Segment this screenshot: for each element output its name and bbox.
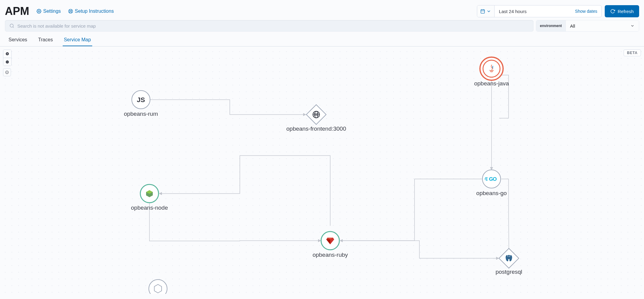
search-icon [9, 23, 14, 28]
tabs: Services Traces Service Map [0, 34, 644, 46]
app-title: APM [5, 5, 29, 18]
node-opbeans-go[interactable]: GO opbeans-go [476, 170, 507, 196]
svg-point-2 [70, 10, 71, 12]
calendar-icon [480, 9, 485, 14]
svg-point-40 [508, 256, 508, 257]
svg-point-41 [509, 256, 510, 257]
chevron-down-icon [486, 9, 491, 14]
go-icon: GO [489, 176, 497, 182]
datepicker-range[interactable]: Last 24 hours [495, 5, 571, 17]
node-label: opbeans-node [131, 204, 168, 211]
gear-icon [37, 9, 41, 14]
zoom-in-button[interactable] [3, 50, 11, 58]
node-opbeans-rum[interactable]: JS opbeans-rum [124, 91, 158, 117]
target-icon [5, 70, 9, 74]
settings-link[interactable]: Settings [37, 9, 61, 14]
zoom-controls [3, 50, 12, 76]
node-label: postgresql [495, 269, 522, 275]
datepicker-quick-button[interactable] [477, 5, 495, 17]
svg-line-3 [69, 10, 70, 11]
setup-label: Setup Instructions [75, 9, 114, 14]
node-unknown[interactable] [149, 280, 167, 294]
edge-ruby-node [159, 156, 330, 226]
svg-line-12 [13, 27, 14, 28]
plus-icon [5, 52, 9, 56]
node-opbeans-ruby[interactable]: opbeans-ruby [313, 232, 348, 258]
node-opbeans-java[interactable]: opbeans-java [474, 57, 509, 87]
svg-point-0 [38, 11, 40, 12]
tab-services[interactable]: Services [7, 34, 28, 46]
node-opbeans-node[interactable]: opbeans-node [131, 184, 168, 211]
node-label: opbeans-frontend:3000 [286, 125, 346, 132]
svg-point-39 [507, 255, 511, 259]
node-label: opbeans-java [474, 80, 509, 87]
refresh-button[interactable]: Refresh [605, 5, 639, 17]
datepicker: Last 24 hours Show dates [477, 5, 602, 17]
svg-point-42 [149, 280, 167, 294]
header: APM Settings Setup Instructions Last 24 … [0, 0, 644, 20]
svg-point-19 [7, 72, 7, 73]
edge-go-ruby [340, 179, 482, 241]
search-placeholder: Search is not available for service map [17, 23, 96, 29]
edge-ruby-postgres [340, 241, 499, 258]
node-postgresql[interactable]: postgresql [495, 248, 522, 275]
tab-traces[interactable]: Traces [37, 34, 54, 46]
header-left: APM Settings Setup Instructions [5, 5, 114, 18]
environment-label: environment [536, 20, 566, 31]
service-map-canvas[interactable]: BETA JS opbeans-rum [0, 46, 644, 294]
search-input: Search is not available for service map [5, 20, 534, 32]
edge-node-ruby [149, 203, 321, 241]
zoom-out-button[interactable] [3, 58, 11, 66]
svg-point-26 [483, 60, 500, 77]
node-label: opbeans-go [476, 190, 507, 196]
minus-icon [5, 60, 9, 64]
node-label: opbeans-rum [124, 111, 158, 117]
lifering-icon [68, 9, 73, 14]
header-right: Last 24 hours Show dates Refresh [477, 5, 639, 17]
fit-view-button[interactable] [3, 68, 11, 76]
show-dates-button[interactable]: Show dates [571, 5, 601, 17]
environment-filter: environment All [536, 20, 639, 32]
svg-rect-7 [481, 10, 485, 13]
tab-service-map[interactable]: Service Map [63, 34, 92, 46]
settings-label: Settings [43, 9, 61, 14]
edge-rum-frontend [150, 100, 306, 115]
svg-point-11 [10, 24, 13, 27]
environment-select[interactable]: All [566, 20, 639, 31]
environment-value: All [570, 23, 575, 29]
setup-link[interactable]: Setup Instructions [68, 9, 114, 14]
js-icon: JS [137, 96, 145, 104]
svg-line-6 [69, 12, 70, 13]
refresh-icon [610, 9, 615, 14]
filter-row: Search is not available for service map … [0, 20, 644, 34]
refresh-label: Refresh [618, 9, 634, 14]
service-map-svg[interactable]: JS opbeans-rum opbeans-frontend:3000 [0, 46, 644, 294]
svg-line-4 [71, 12, 72, 13]
chevron-down-icon [630, 24, 635, 28]
node-opbeans-frontend[interactable]: opbeans-frontend:3000 [286, 105, 346, 132]
svg-line-5 [71, 10, 72, 11]
node-label: opbeans-ruby [313, 252, 348, 258]
